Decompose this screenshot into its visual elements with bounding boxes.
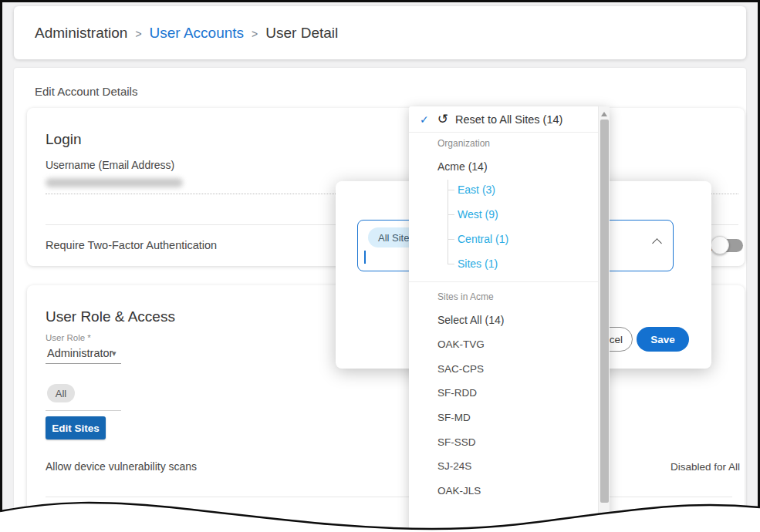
frame-border-top bbox=[0, 0, 760, 2]
vulnerability-scans-label: Allow device vulnerability scans bbox=[46, 460, 197, 473]
user-role-select[interactable]: Administrator bbox=[47, 347, 113, 359]
breadcrumb: Administration > User Accounts > User De… bbox=[35, 25, 338, 42]
page-title: Edit Account Details bbox=[35, 85, 137, 98]
text-cursor bbox=[364, 251, 366, 264]
username-value-redacted bbox=[46, 178, 183, 187]
caret-down-icon: ▾ bbox=[112, 348, 117, 359]
region-list: East (3) West (9) Central (1) Sites (1) bbox=[448, 177, 579, 276]
chevron-right-icon: > bbox=[135, 26, 141, 40]
organization-item[interactable]: Acme (14) bbox=[437, 160, 488, 173]
scrollbar-thumb[interactable] bbox=[600, 120, 609, 503]
reset-to-all-sites-option[interactable]: ✓ ↺ Reset to All Sites (14) bbox=[409, 106, 598, 133]
user-role-label: User Role * bbox=[46, 333, 91, 342]
two-factor-label: Require Two-Factor Authentication bbox=[46, 239, 217, 251]
vulnerability-scans-status: Disabled for All bbox=[670, 461, 740, 473]
login-section-title: Login bbox=[46, 131, 82, 148]
two-factor-toggle[interactable] bbox=[711, 234, 743, 257]
toggle-knob bbox=[711, 236, 729, 254]
breadcrumb-user-accounts-link[interactable]: User Accounts bbox=[150, 25, 245, 42]
chevron-right-icon: > bbox=[252, 26, 258, 40]
scroll-up-arrow-icon[interactable] bbox=[601, 112, 607, 116]
check-icon: ✓ bbox=[420, 113, 429, 126]
organization-group-label: Organization bbox=[437, 138, 490, 149]
sites-all-chip: All bbox=[47, 384, 75, 402]
site-list: OAK-TVG SAC-CPS SF-RDD SF-MD SF-SSD SJ-2… bbox=[437, 332, 576, 503]
sites-group-label: Sites in Acme bbox=[437, 291, 494, 302]
edit-sites-button[interactable]: Edit Sites bbox=[46, 416, 106, 439]
reset-option-label: Reset to All Sites (14) bbox=[455, 113, 562, 126]
region-link[interactable]: Central (1) bbox=[448, 227, 579, 251]
region-link[interactable]: West (9) bbox=[448, 202, 579, 227]
chevron-up-icon[interactable] bbox=[652, 238, 662, 248]
site-item[interactable]: SJ-24S bbox=[437, 454, 576, 479]
save-button[interactable]: Save bbox=[637, 327, 689, 352]
dropdown-scrollbar[interactable] bbox=[598, 106, 610, 532]
site-item[interactable]: SAC-CPS bbox=[437, 357, 576, 382]
site-item[interactable]: SF-RDD bbox=[437, 381, 576, 406]
sites-underline bbox=[46, 410, 121, 411]
site-item[interactable]: OAK-TVG bbox=[437, 332, 576, 357]
divider bbox=[46, 497, 732, 497]
breadcrumb-bar: Administration > User Accounts > User De… bbox=[14, 6, 746, 59]
user-role-access-title: User Role & Access bbox=[46, 308, 175, 325]
site-item[interactable]: OAK-JLS bbox=[437, 479, 576, 503]
reset-icon: ↺ bbox=[437, 113, 448, 126]
frame-border-left bbox=[0, 0, 2, 532]
breadcrumb-user-detail: User Detail bbox=[265, 25, 338, 42]
site-item[interactable]: SF-MD bbox=[437, 406, 576, 430]
divider bbox=[409, 281, 598, 282]
user-role-underline bbox=[46, 363, 121, 364]
username-label: Username (Email Address) bbox=[46, 159, 174, 171]
region-link[interactable]: East (3) bbox=[448, 177, 579, 202]
site-selector-dropdown: ✓ ↺ Reset to All Sites (14) Organization… bbox=[409, 106, 610, 532]
select-all-item[interactable]: Select All (14) bbox=[437, 314, 504, 326]
site-item[interactable]: SF-SSD bbox=[437, 429, 576, 454]
breadcrumb-administration: Administration bbox=[35, 25, 127, 42]
region-link[interactable]: Sites (1) bbox=[448, 251, 579, 276]
